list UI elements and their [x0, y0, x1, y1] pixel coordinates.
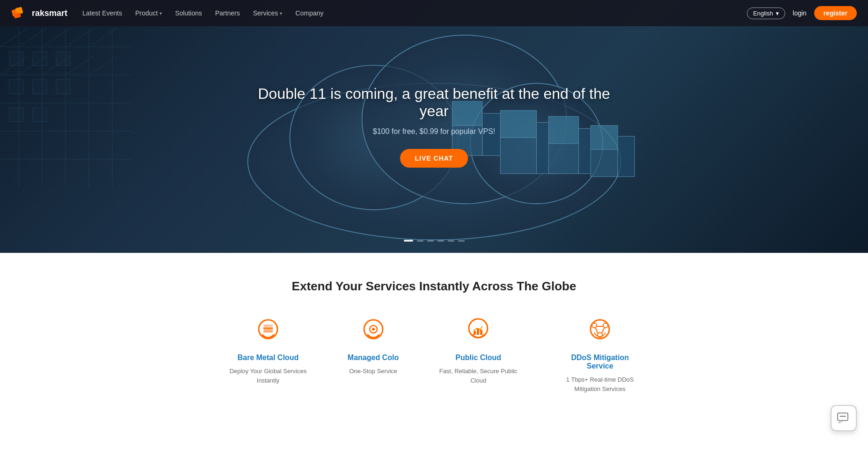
nav-product[interactable]: Product ▾ [135, 9, 162, 17]
bare-metal-cloud-icon [253, 316, 283, 346]
svg-line-63 [595, 327, 598, 333]
hero-content: Double 11 is coming, a great benefit at … [247, 85, 621, 168]
managed-colo-name: Managed Colo [348, 354, 399, 362]
service-bare-metal: Bare Metal Cloud Deploy Your Global Serv… [226, 316, 310, 393]
services-grid: Bare Metal Cloud Deploy Your Global Serv… [0, 316, 868, 393]
nav-company[interactable]: Company [295, 9, 323, 17]
carousel-dot-6[interactable] [458, 240, 465, 242]
logo[interactable]: raksmart [11, 5, 67, 22]
live-chat-button[interactable]: LIVE CHAT [400, 149, 468, 168]
chat-widget[interactable] [831, 405, 857, 412]
carousel-dot-4[interactable] [438, 240, 444, 242]
language-selector[interactable]: English ▾ [747, 7, 785, 19]
chevron-down-icon: ▾ [280, 11, 282, 16]
svg-rect-48 [263, 327, 273, 330]
service-managed-colo: Managed Colo One-Stop Service [348, 316, 399, 393]
svg-line-64 [602, 327, 605, 333]
hero-title: Double 11 is coming, a great benefit at … [247, 85, 621, 120]
ddos-desc: 1 Tbps+ Real-time DDoS Mitigation Servic… [558, 375, 642, 393]
managed-colo-icon [358, 316, 388, 346]
service-ddos: DDoS Mitigation Service 1 Tbps+ Real-tim… [558, 316, 642, 393]
public-cloud-desc: Fast, Reliable, Secure Public Cloud [436, 367, 520, 385]
logo-text: raksmart [32, 8, 67, 18]
svg-point-53 [372, 328, 375, 331]
svg-point-59 [592, 323, 597, 328]
service-public-cloud: Public Cloud Fast, Reliable, Secure Publ… [436, 316, 520, 393]
public-cloud-icon [463, 316, 493, 346]
carousel-dot-5[interactable] [448, 240, 454, 242]
svg-rect-50 [263, 325, 273, 327]
chevron-down-icon: ▾ [160, 11, 162, 16]
bare-metal-name: Bare Metal Cloud [237, 354, 299, 362]
hero-section: Double 11 is coming, a great benefit at … [0, 0, 868, 253]
carousel-dot-1[interactable] [404, 240, 413, 242]
hero-carousel-dots [404, 240, 465, 242]
public-cloud-name: Public Cloud [455, 354, 501, 362]
ddos-name: DDoS Mitigation Service [558, 354, 642, 370]
nav-latest-events[interactable]: Latest Events [82, 9, 122, 17]
hero-subtitle: $100 for free, $0.99 for popular VPS! [247, 127, 621, 136]
nav-solutions[interactable]: Solutions [175, 9, 202, 17]
navbar: raksmart Latest Events Product ▾ Solutio… [0, 0, 868, 26]
svg-point-60 [603, 323, 608, 328]
bare-metal-desc: Deploy Your Global Services Instantly [226, 367, 310, 385]
nav-menu: Latest Events Product ▾ Solutions Partne… [82, 9, 747, 17]
chevron-down-icon: ▾ [776, 10, 779, 17]
carousel-dot-2[interactable] [417, 240, 423, 242]
carousel-dot-3[interactable] [427, 240, 434, 242]
nav-services[interactable]: Services ▾ [253, 9, 283, 17]
logo-icon [11, 5, 28, 22]
register-button[interactable]: register [814, 6, 857, 20]
svg-rect-49 [263, 330, 273, 332]
svg-rect-57 [480, 330, 482, 335]
nav-partners[interactable]: Partners [215, 9, 240, 17]
ddos-mitigation-icon [585, 316, 615, 346]
svg-rect-55 [474, 331, 476, 335]
services-section-title: Extend Your Services Instantly Across Th… [0, 279, 868, 294]
navbar-right: English ▾ login register [747, 6, 857, 20]
svg-point-58 [591, 320, 609, 339]
chat-icon [836, 411, 851, 412]
managed-colo-desc: One-Stop Service [349, 367, 397, 376]
login-button[interactable]: login [793, 9, 807, 17]
services-section: Extend Your Services Instantly Across Th… [0, 253, 868, 412]
